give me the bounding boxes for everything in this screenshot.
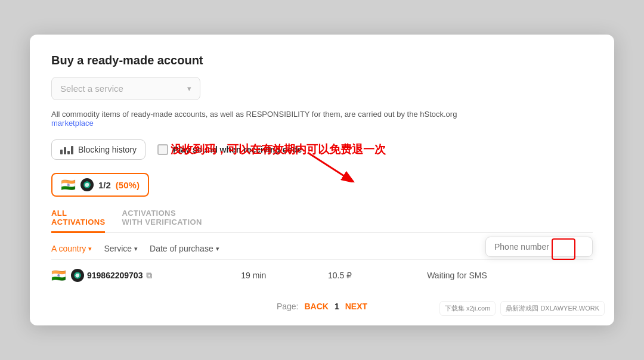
phone-number-input[interactable] <box>494 242 578 252</box>
sound-toggle-label: Play sound when receiving code <box>173 145 302 154</box>
chatgpt-row-icon <box>71 269 84 282</box>
tabs-row: ALL ACTIVATIONS ACTIVATIONS WITH VERIFIC… <box>51 204 593 233</box>
tab-awv-line1: ACTIVATIONS <box>122 209 175 218</box>
row-phone: 919862209703 ⧉ <box>87 271 210 281</box>
checkbox-icon[interactable] <box>157 144 168 155</box>
marketplace-link[interactable]: marketplace <box>51 119 94 128</box>
phone-number-input-popup <box>485 237 593 257</box>
filter-service-button[interactable]: Service ▾ <box>104 244 138 253</box>
select-service-wrapper: Select a service ▾ <box>51 77 593 100</box>
phone-number-value: 919862209703 <box>87 271 143 280</box>
tab-activations-with-verification[interactable]: ACTIVATIONS WITH VERIFICATION <box>122 204 202 233</box>
select-service-dropdown[interactable]: Select a service ▾ <box>51 77 200 100</box>
table-row: 🇮🇳 919862209703 ⧉ 19 min 10.5 ₽ Waiting … <box>51 259 593 291</box>
copy-icon[interactable]: ⧉ <box>146 271 152 281</box>
info-text: All commodity items of ready-made accoun… <box>51 110 469 128</box>
filters-row: A country ▾ Service ▾ Date of purchase ▾ <box>51 244 593 253</box>
pagination: Page: BACK 1 NEXT <box>51 302 593 311</box>
toolbar: Blocking history Play sound when receivi… <box>51 139 593 160</box>
chevron-down-icon: ▾ <box>216 245 219 253</box>
stats-badge: 🇮🇳 1/2 (50%) <box>51 173 149 197</box>
select-service-placeholder: Select a service <box>60 83 123 94</box>
filter-date-button[interactable]: Date of purchase ▾ <box>150 244 219 253</box>
row-price: 10.5 ₽ <box>297 271 383 280</box>
tab-all-activations-line1: ALL <box>51 209 67 218</box>
stats-percent: (50%) <box>116 180 140 190</box>
pagination-current[interactable]: 1 <box>335 302 339 311</box>
tab-awv-line2: WITH VERIFICATION <box>122 218 202 226</box>
tab-all-activations-line2: ACTIVATIONS <box>51 218 105 226</box>
pagination-back[interactable]: BACK <box>305 302 329 311</box>
india-flag-icon: 🇮🇳 <box>61 178 76 192</box>
blocking-history-button[interactable]: Blocking history <box>51 139 145 160</box>
bar-chart-icon <box>60 145 73 154</box>
filter-country-button[interactable]: A country ▾ <box>51 244 92 253</box>
tab-all-activations[interactable]: ALL ACTIVATIONS <box>51 204 105 233</box>
filter-date-label: Date of purchase <box>150 244 213 253</box>
filter-service-label: Service <box>104 244 132 253</box>
chevron-down-icon: ▾ <box>88 245 92 253</box>
chatgpt-icon <box>80 178 94 191</box>
annotation-container: 没收到码，可以在有效期内可以免费退一次 🇮🇳 <box>51 173 593 197</box>
sound-toggle[interactable]: Play sound when receiving code <box>157 144 302 155</box>
info-before-link: All commodity items of ready-made accoun… <box>51 110 457 119</box>
table-body: 🇮🇳 919862209703 ⧉ 19 min 10.5 ₽ Waiting … <box>51 259 593 291</box>
chevron-down-icon: ▾ <box>134 245 138 253</box>
filter-country-label: A country <box>51 244 86 253</box>
row-status: Waiting for SMS <box>383 271 531 280</box>
india-flag-icon: 🇮🇳 <box>51 268 66 283</box>
stats-count: 1/2 <box>98 180 111 190</box>
page-title: Buy a ready-made account <box>51 54 593 67</box>
main-window: Buy a ready-made account Select a servic… <box>30 35 614 325</box>
chevron-down-icon: ▾ <box>187 84 191 93</box>
row-time: 19 min <box>210 271 297 280</box>
row-flag: 🇮🇳 <box>51 268 87 283</box>
pagination-label: Page: <box>277 302 299 311</box>
blocking-history-label: Blocking history <box>78 145 137 154</box>
pagination-next[interactable]: NEXT <box>345 302 367 311</box>
